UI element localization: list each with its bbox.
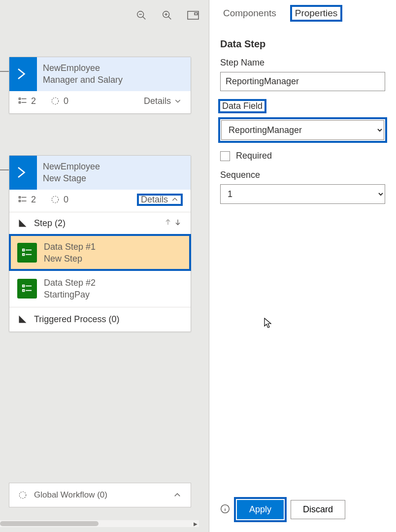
step-item-data-step-2[interactable]: Data Step #2 StartingPay	[9, 270, 191, 307]
stage-chevron-icon	[9, 57, 37, 91]
move-down-icon[interactable]	[174, 218, 182, 229]
svg-rect-26	[23, 285, 25, 287]
chevron-up-icon	[171, 196, 179, 203]
details-toggle[interactable]: Details	[138, 195, 182, 205]
global-workflow-bar[interactable]: Global Workflow (0)	[9, 483, 191, 507]
svg-rect-22	[23, 249, 25, 251]
processes-count: 0	[51, 195, 68, 205]
stage-name: Manager and Salary	[43, 74, 123, 86]
discard-button[interactable]: Discard	[291, 500, 345, 519]
chevron-up-icon[interactable]	[173, 491, 182, 499]
svg-rect-8	[195, 13, 198, 15]
svg-marker-30	[19, 316, 27, 323]
details-toggle[interactable]: Details	[144, 96, 182, 106]
horizontal-scrollbar[interactable]: ▶	[0, 520, 199, 527]
svg-rect-24	[23, 254, 25, 256]
data-field-select[interactable]: ReportingManager	[221, 120, 384, 140]
zoom-in-icon[interactable]	[162, 10, 172, 23]
apply-button[interactable]: Apply	[237, 500, 284, 519]
svg-point-18	[52, 196, 59, 203]
svg-point-13	[52, 98, 59, 104]
svg-rect-16	[19, 200, 21, 202]
step-name-label: Step Name	[220, 58, 385, 68]
data-field-label: Data Field	[220, 101, 264, 111]
canvas-toolbar	[136, 10, 199, 23]
processes-count: 0	[51, 96, 68, 106]
svg-rect-9	[19, 98, 21, 100]
collapse-triangle-icon	[18, 315, 27, 324]
info-icon[interactable]	[220, 504, 230, 516]
stage-card-manager-and-salary[interactable]: NewEmployee Manager and Salary 2 0 Detai…	[9, 57, 191, 114]
triggered-process-row[interactable]: Triggered Process (0)	[9, 307, 191, 332]
tab-properties[interactable]: Properties	[292, 7, 341, 20]
steps-count: 2	[18, 96, 36, 106]
step-item-data-step-1[interactable]: Data Step #1 New Step	[9, 234, 191, 271]
chevron-down-icon	[174, 97, 182, 105]
step-title: Data Step #2	[44, 277, 96, 289]
collapse-triangle-icon[interactable]	[18, 219, 27, 228]
step-subtitle: StartingPay	[44, 289, 96, 300]
fit-to-screen-icon[interactable]	[187, 11, 199, 22]
stage-card-new-stage[interactable]: NewEmployee New Stage 2 0 Details	[9, 155, 191, 332]
required-checkbox-row[interactable]: Required	[220, 151, 385, 161]
scroll-right-icon[interactable]: ▶	[192, 520, 199, 527]
section-title: Data Step	[220, 38, 385, 50]
stage-chevron-icon	[9, 156, 37, 190]
step-subtitle: New Step	[44, 253, 96, 265]
stage-entity: NewEmployee	[43, 62, 123, 74]
data-step-icon	[17, 243, 37, 263]
step-title: Data Step #1	[44, 241, 96, 253]
svg-rect-14	[19, 197, 21, 198]
sequence-select[interactable]: 1	[220, 184, 385, 204]
stage-entity: NewEmployee	[43, 161, 100, 172]
svg-rect-11	[19, 102, 21, 103]
properties-panel: Components Properties Data Step Step Nam…	[209, 0, 396, 532]
move-up-icon[interactable]	[164, 218, 172, 229]
sequence-label: Sequence	[220, 170, 385, 180]
steps-count: 2	[18, 195, 36, 205]
tab-components[interactable]: Components	[220, 7, 279, 20]
zoom-out-icon[interactable]	[136, 10, 147, 23]
designer-canvas[interactable]: NewEmployee Manager and Salary 2 0 Detai…	[0, 0, 209, 532]
step-name-input[interactable]	[220, 72, 385, 91]
required-checkbox[interactable]	[220, 151, 230, 161]
data-step-icon	[17, 279, 37, 299]
svg-line-4	[168, 17, 171, 20]
steps-header: Step (2)	[9, 212, 191, 234]
svg-marker-19	[19, 220, 27, 227]
svg-rect-28	[23, 290, 25, 292]
svg-point-31	[19, 492, 26, 499]
required-label: Required	[236, 151, 272, 161]
svg-line-1	[143, 17, 146, 20]
workflow-icon	[18, 491, 27, 499]
stage-name: New Stage	[43, 172, 100, 184]
